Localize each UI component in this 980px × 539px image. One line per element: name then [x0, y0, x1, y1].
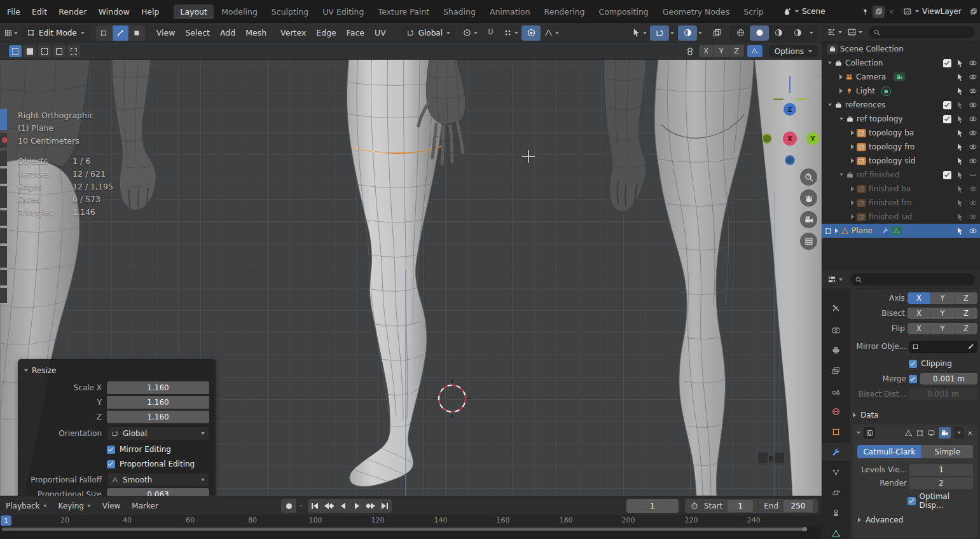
flip-x-button[interactable]: X: [908, 323, 931, 334]
expander-icon[interactable]: [851, 130, 854, 135]
proportional-size-field[interactable]: 0.063: [107, 488, 209, 496]
outliner-display-mode-button[interactable]: [847, 27, 862, 37]
expander-icon[interactable]: [839, 88, 843, 93]
viewport-3d[interactable]: Right Orthographic (1) Plane 10 Centimet…: [0, 43, 822, 496]
tab-modifiers[interactable]: [822, 443, 850, 461]
orthographic-toggle-button[interactable]: [800, 233, 817, 250]
expander-icon[interactable]: [839, 174, 843, 176]
scene-name[interactable]: Scene: [802, 7, 858, 16]
selectable-icon[interactable]: [956, 59, 964, 67]
menu-face[interactable]: Face: [342, 25, 369, 40]
editor-type-chevron-icon[interactable]: [14, 32, 18, 34]
play-button[interactable]: [350, 499, 364, 513]
tool-transform[interactable]: [0, 210, 7, 226]
data-section-header[interactable]: Data: [853, 409, 879, 421]
bisect-distance-field[interactable]: 0.001 m: [909, 388, 977, 400]
auto-keying-button[interactable]: [281, 499, 296, 513]
menu-select[interactable]: Select: [180, 25, 215, 40]
bisect-z-button[interactable]: Z: [955, 308, 977, 319]
playhead-marker[interactable]: 1: [1, 515, 11, 526]
playback-menu[interactable]: Playback: [0, 501, 53, 510]
hide-icon[interactable]: [969, 226, 977, 235]
tab-compositing[interactable]: Compositing: [592, 4, 654, 19]
hide-icon[interactable]: [969, 128, 977, 137]
expander-icon[interactable]: [828, 62, 832, 64]
menu-view[interactable]: View: [151, 25, 181, 40]
viewlayer-name[interactable]: ViewLayer: [922, 7, 967, 16]
resize-panel-collapse-icon[interactable]: [24, 369, 28, 372]
modifier-extras-button[interactable]: [954, 427, 963, 439]
keying-extra-chevron-icon[interactable]: [299, 505, 303, 507]
expander-icon[interactable]: [835, 228, 838, 233]
outliner-row-ref-topology[interactable]: ref topology: [822, 112, 980, 126]
hide-icon[interactable]: [969, 100, 977, 109]
hide-icon[interactable]: [969, 198, 977, 207]
outliner-row-light[interactable]: Light ●: [822, 84, 980, 98]
pan-hand-button[interactable]: [800, 189, 817, 207]
outliner-row-topology-front[interactable]: topology fro: [822, 140, 980, 154]
outliner-row-ref-finished[interactable]: ref finished: [822, 168, 980, 182]
menu-mesh[interactable]: Mesh: [240, 25, 272, 40]
bisect-y-button[interactable]: Y: [931, 308, 955, 319]
next-keyframe-button[interactable]: [364, 499, 378, 513]
tool-scale[interactable]: [0, 186, 7, 208]
menu-file[interactable]: File: [1, 4, 26, 19]
scene-browse-icon[interactable]: [782, 7, 792, 17]
tool-rotate[interactable]: [0, 168, 7, 184]
keying-menu[interactable]: Keying: [53, 501, 97, 510]
select-subtract-button[interactable]: [38, 45, 51, 57]
tab-geometry-nodes[interactable]: Geometry Nodes: [656, 4, 736, 19]
mirror-axis-y-button[interactable]: Y: [931, 292, 955, 304]
display-render-toggle[interactable]: [939, 427, 951, 439]
modifier-expand-icon[interactable]: [857, 432, 860, 434]
hide-icon[interactable]: [969, 156, 977, 165]
levels-viewport-field[interactable]: 1: [909, 464, 973, 476]
outliner-row-camera[interactable]: Camera: [822, 70, 980, 84]
gizmo-z-neg-axis[interactable]: [785, 155, 795, 165]
modifier-delete-icon[interactable]: [967, 430, 974, 437]
levels-render-field[interactable]: 2: [909, 477, 973, 489]
tab-rendering[interactable]: Rendering: [538, 4, 591, 19]
selectable-icon[interactable]: [956, 143, 964, 151]
select-intersect-button[interactable]: [67, 45, 80, 57]
selectable-icon[interactable]: [956, 101, 964, 109]
tab-physics[interactable]: [822, 484, 850, 501]
tab-output[interactable]: [822, 341, 850, 359]
scene-browse-chevron-icon[interactable]: [795, 10, 799, 13]
menu-vertex[interactable]: Vertex: [275, 25, 311, 40]
viewlayer-browse-chevron-icon[interactable]: [915, 10, 919, 13]
shading-material-button[interactable]: [769, 25, 788, 41]
symmetry-y-button[interactable]: Y: [714, 45, 729, 57]
vertex-select-button[interactable]: [96, 25, 112, 41]
expander-icon[interactable]: [839, 74, 843, 79]
outliner-filter-button[interactable]: [827, 27, 842, 37]
snap-toggle-button[interactable]: [481, 25, 500, 41]
jump-to-end-button[interactable]: [378, 499, 392, 513]
advanced-section-header[interactable]: Advanced: [858, 515, 977, 524]
edge-select-button[interactable]: [113, 25, 128, 41]
outliner-row-topology-back[interactable]: topology ba: [822, 126, 980, 140]
proportional-editing-button[interactable]: [521, 25, 541, 41]
expander-icon[interactable]: [851, 158, 854, 163]
expander-icon[interactable]: [851, 186, 854, 191]
selectable-icon[interactable]: [956, 157, 964, 165]
tool-extrude[interactable]: [0, 270, 7, 285]
gizmos-chevron-icon[interactable]: [670, 32, 674, 34]
expander-icon[interactable]: [851, 200, 854, 205]
bisect-x-button[interactable]: X: [908, 308, 931, 319]
tool-cursor[interactable]: [0, 133, 7, 148]
timeline-view-menu[interactable]: View: [97, 501, 126, 510]
optimal-display-checkbox[interactable]: [908, 497, 916, 505]
transform-orientation-dropdown[interactable]: Global: [401, 25, 455, 41]
symmetry-z-button[interactable]: Z: [729, 45, 744, 57]
catmull-clark-button[interactable]: Catmull-Clark: [857, 445, 921, 458]
menu-render[interactable]: Render: [53, 4, 93, 19]
resize-panel-title[interactable]: Resize: [32, 366, 56, 375]
collection-checkbox[interactable]: [943, 115, 951, 123]
select-extend-button[interactable]: [24, 45, 36, 57]
tab-particles[interactable]: [822, 463, 850, 481]
selectable-icon[interactable]: [956, 199, 964, 207]
menu-uv[interactable]: UV: [369, 25, 391, 40]
tool-move[interactable]: [0, 151, 7, 166]
outliner-row-references[interactable]: references: [822, 98, 980, 112]
